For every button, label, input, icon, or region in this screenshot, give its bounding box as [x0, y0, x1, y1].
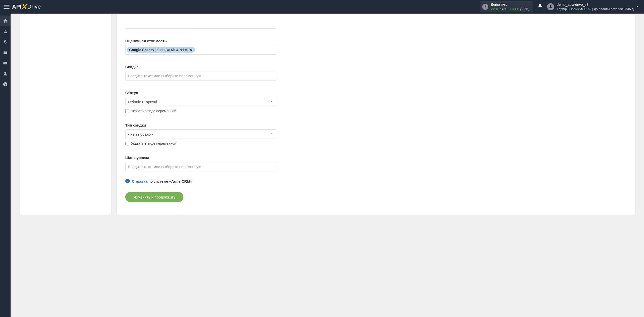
help-icon: ? [125, 179, 130, 183]
tag-google-sheets[interactable]: Google Sheets | Колонка M: «1900»✕ [127, 47, 195, 53]
submit-button[interactable]: Изменить и продолжить [125, 192, 183, 202]
checkbox-status-variable-input[interactable] [125, 109, 129, 113]
select-status-value: Default: Proposal [128, 100, 157, 104]
chevron-down-icon [270, 100, 273, 104]
checkbox-discount-type-variable-input[interactable] [125, 142, 129, 145]
sidebar-home[interactable] [0, 16, 11, 26]
header: APIXDrive i Действия: 22'107 из 100'000 … [0, 0, 644, 14]
label-status: Статус [125, 91, 626, 95]
sidebar-work[interactable] [0, 47, 11, 58]
input-success-chance-field[interactable] [128, 165, 273, 169]
select-status[interactable]: Default: Proposal [125, 97, 276, 106]
label-discount: Скидка [125, 65, 626, 69]
select-discount-type-value: - не выбрано - [128, 132, 153, 136]
actions-value: 22'107 из 100'000 (22%) [491, 7, 530, 11]
help-system: Agile CRM [171, 179, 190, 183]
user-name: demo_apix-drive_s3 [557, 2, 635, 7]
chevron-down-icon [270, 132, 273, 136]
input-discount-field[interactable] [128, 74, 273, 78]
input-estimated-cost[interactable]: Google Sheets | Колонка M: «1900»✕ [125, 45, 276, 55]
input-success-chance[interactable] [125, 162, 276, 171]
logo[interactable]: APIXDrive [12, 3, 41, 11]
label-discount-type: Тип скидки [125, 123, 626, 127]
checkbox-status-variable[interactable]: Указать в виде переменной [125, 109, 626, 113]
left-panel [20, 14, 111, 215]
chevron-down-icon[interactable] [635, 5, 639, 9]
input-discount[interactable] [125, 71, 276, 81]
actions-counter[interactable]: i Действия: 22'107 из 100'000 (22%) [480, 1, 533, 12]
logo-api: API [12, 4, 22, 10]
sidebar-integrations[interactable] [0, 26, 11, 37]
sidebar-account[interactable] [0, 68, 11, 79]
label-success-chance: Шанс успеха [125, 155, 626, 160]
actions-label: Действия: [491, 2, 530, 7]
select-discount-type[interactable]: - не выбрано - [125, 129, 276, 139]
previous-field-cut[interactable] [125, 14, 276, 29]
menu-toggle[interactable] [4, 5, 10, 9]
help-row: ? Справка по системе «Agile CRM» [125, 179, 626, 183]
help-link[interactable]: Справка [132, 179, 147, 183]
form-panel: Оценочная стоимость Google Sheets | Коло… [117, 14, 635, 215]
user-block[interactable]: demo_apix-drive_s3 Тариф | Премиум PRO |… [557, 2, 635, 11]
checkbox-discount-type-variable[interactable]: Указать в виде переменной [125, 141, 626, 145]
label-estimated-cost: Оценочная стоимость [125, 39, 626, 43]
sidebar-video[interactable] [0, 58, 11, 68]
bell-icon[interactable] [538, 4, 543, 10]
logo-drive: Drive [27, 4, 41, 10]
tag-remove-icon[interactable]: ✕ [189, 48, 192, 52]
avatar-icon[interactable] [547, 3, 554, 10]
info-icon: i [482, 4, 488, 10]
logo-x: X [22, 3, 27, 11]
user-subline: Тариф | Премиум PRO | до оплаты осталось… [557, 7, 635, 11]
sidebar-billing[interactable] [0, 37, 11, 47]
sidebar-help[interactable] [0, 79, 11, 90]
sidebar [0, 14, 11, 215]
